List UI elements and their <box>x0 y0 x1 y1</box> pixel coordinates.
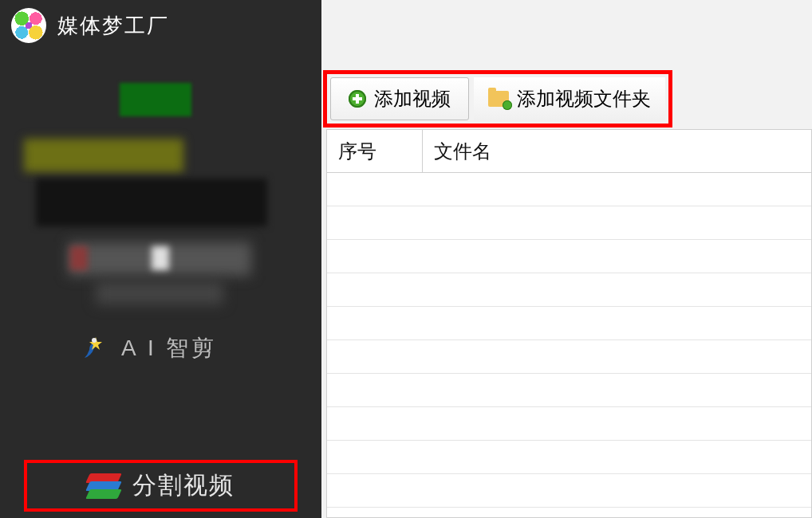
blurred-block <box>24 139 183 172</box>
blurred-block <box>96 282 223 304</box>
wizard-icon <box>80 334 108 363</box>
main-panel: 添加视频 添加视频文件夹 序号 文件名 <box>321 0 812 518</box>
table-row[interactable] <box>327 340 811 374</box>
table-row[interactable] <box>327 173 811 206</box>
folder-add-icon <box>488 91 509 107</box>
button-label: 添加视频 <box>374 86 451 112</box>
table-row[interactable] <box>327 474 811 508</box>
blurred-content <box>0 75 321 314</box>
sidebar-item-label: A I 智剪 <box>121 333 217 363</box>
add-video-folder-button[interactable]: 添加视频文件夹 <box>474 77 665 120</box>
app-header: 媒体梦工厂 <box>0 0 321 51</box>
blurred-block <box>36 179 267 226</box>
table-row[interactable] <box>327 273 811 307</box>
svg-point-1 <box>92 338 97 343</box>
table-row[interactable] <box>327 240 811 273</box>
table-row[interactable] <box>327 407 811 441</box>
blurred-block <box>120 83 191 116</box>
add-video-button[interactable]: 添加视频 <box>330 77 469 120</box>
app-logo-icon <box>11 8 46 43</box>
toolbar-highlight: 添加视频 添加视频文件夹 <box>323 70 672 128</box>
blurred-block <box>70 246 88 270</box>
column-header-filename[interactable]: 文件名 <box>423 130 811 172</box>
app-title: 媒体梦工厂 <box>57 12 169 40</box>
table-header: 序号 文件名 <box>327 130 811 173</box>
stack-icon <box>88 473 120 499</box>
sidebar: 媒体梦工厂 A I 智剪 分割视频 <box>0 0 321 518</box>
table-row[interactable] <box>327 374 811 407</box>
column-header-index[interactable]: 序号 <box>327 130 423 172</box>
sidebar-item-split-highlight: 分割视频 <box>24 460 298 512</box>
sidebar-item-label: 分割视频 <box>132 469 235 502</box>
blurred-block <box>152 246 169 270</box>
table-body <box>327 173 811 508</box>
video-table: 序号 文件名 <box>326 129 812 518</box>
sidebar-item-ai-clip[interactable]: A I 智剪 <box>0 322 321 375</box>
table-row[interactable] <box>327 441 811 474</box>
button-label: 添加视频文件夹 <box>517 86 651 112</box>
sidebar-item-split-video[interactable]: 分割视频 <box>32 469 290 502</box>
add-circle-icon <box>349 90 366 108</box>
table-row[interactable] <box>327 307 811 340</box>
table-row[interactable] <box>327 206 811 240</box>
